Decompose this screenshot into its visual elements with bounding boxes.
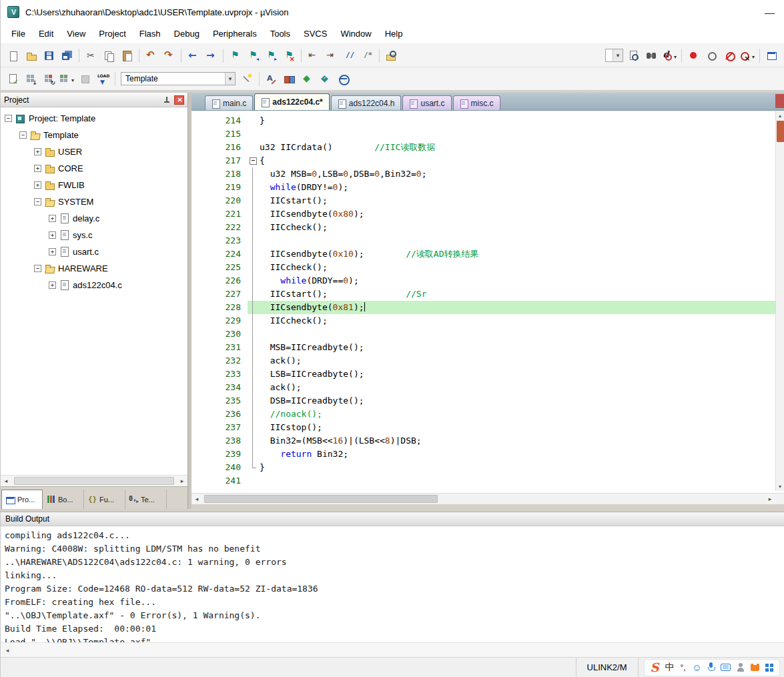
- scrollbar-thumb[interactable]: [777, 121, 784, 142]
- code-line[interactable]: 214}: [191, 114, 784, 127]
- tree-item-fwlib[interactable]: +FWLIB: [1, 177, 187, 193]
- tree-item-user[interactable]: +USER: [1, 143, 187, 160]
- chevron-down-icon[interactable]: [613, 49, 623, 61]
- code-line[interactable]: 219 while(DRDY!=0);: [191, 181, 784, 194]
- menu-window[interactable]: Window: [334, 26, 378, 41]
- run-time-environment-button[interactable]: [298, 70, 316, 87]
- minimize-button[interactable]: —: [759, 7, 780, 18]
- code-line[interactable]: 215: [191, 127, 784, 141]
- build-output-header[interactable]: Build Output: [1, 512, 784, 526]
- next-bookmark-button[interactable]: [262, 47, 280, 64]
- project-hscrollbar[interactable]: [1, 475, 187, 486]
- code-area[interactable]: 214}215216u32 IICrdata() //IIC读取数据217{21…: [191, 111, 784, 493]
- pin-panel-icon[interactable]: [162, 95, 171, 105]
- kill-all-breakpoints-button[interactable]: [739, 47, 757, 64]
- chevron-down-icon[interactable]: [673, 51, 679, 61]
- navigate-forward-button[interactable]: [202, 47, 220, 64]
- code-line[interactable]: 220 IICstart();: [191, 194, 784, 207]
- ime-skin-icon[interactable]: [751, 664, 759, 671]
- sogou-logo-icon[interactable]: S: [651, 660, 659, 674]
- options-for-target-button[interactable]: [238, 70, 256, 87]
- comment-selection-button[interactable]: [340, 47, 358, 64]
- menu-debug[interactable]: Debug: [167, 26, 206, 41]
- tree-item-sys-c[interactable]: +sys.c: [1, 227, 187, 243]
- open-file-button[interactable]: [22, 47, 40, 64]
- rebuild-all-button[interactable]: [40, 70, 58, 87]
- ime-toolbox-icon[interactable]: [765, 664, 773, 672]
- menu-project[interactable]: Project: [92, 26, 132, 41]
- ime-language-icon[interactable]: 中: [665, 662, 675, 674]
- scroll-left-icon[interactable]: [2, 645, 13, 655]
- tree-item-usart-c[interactable]: +usart.c: [1, 243, 187, 260]
- code-line[interactable]: 238 Bin32=(MSB<<16)|(LSB<<8)|DSB;: [191, 434, 784, 448]
- clear-bookmarks-button[interactable]: [280, 47, 298, 64]
- code-line[interactable]: 224 IICsendbyte(0x10); //读取AD转换结果: [191, 247, 784, 261]
- code-line[interactable]: 232 ack();: [191, 354, 784, 368]
- save-button[interactable]: [40, 47, 58, 64]
- tab-main.c[interactable]: main.c: [205, 95, 253, 110]
- enable-breakpoint-button[interactable]: [703, 47, 721, 64]
- tree-item-hareware[interactable]: −HAREWARE: [1, 260, 187, 277]
- lookup-word-button[interactable]: [661, 47, 679, 64]
- code-line[interactable]: 226 while(DRDY==0);: [191, 274, 784, 287]
- search-combobox[interactable]: [605, 49, 623, 62]
- code-line[interactable]: 218 u32 MSB=0,LSB=0,DSB=0,Bin32=0;: [191, 167, 784, 181]
- panel-tab-templates[interactable]: Te...: [125, 490, 167, 509]
- download-button[interactable]: [94, 70, 112, 87]
- scroll-left-icon[interactable]: [191, 494, 202, 504]
- menu-help[interactable]: Help: [378, 26, 410, 41]
- panel-tab-functions[interactable]: Fu...: [84, 490, 125, 509]
- scroll-right-icon[interactable]: [765, 494, 775, 504]
- code-line[interactable]: 233 LSB=IICreadbyte();: [191, 368, 784, 381]
- scrollbar-thumb[interactable]: [14, 477, 174, 485]
- tree-expander-plus[interactable]: +: [34, 148, 41, 155]
- code-line[interactable]: 240}: [191, 461, 784, 474]
- chevron-down-icon[interactable]: [70, 74, 76, 84]
- redo-button[interactable]: [160, 47, 178, 64]
- tree-item-system[interactable]: −SYSTEM: [1, 193, 187, 210]
- code-line[interactable]: 235 DSB=IICreadbyte();: [191, 394, 784, 408]
- code-line[interactable]: 216u32 IICrdata() //IIC读取数据: [191, 141, 784, 154]
- menu-view[interactable]: View: [60, 26, 92, 41]
- code-line[interactable]: 217{: [191, 154, 784, 167]
- menu-peripherals[interactable]: Peripherals: [206, 26, 264, 41]
- ime-emoji-icon[interactable]: ☺: [692, 662, 702, 673]
- build-output[interactable]: compiling ads122c04.c...Warning: C4008W:…: [1, 526, 784, 642]
- code-line[interactable]: 228 IICsendbyte(0x81);: [191, 301, 784, 314]
- toggle-bookmark-button[interactable]: [226, 47, 244, 64]
- navigate-back-button[interactable]: [184, 47, 202, 64]
- tab-ads122c04.c[interactable]: ads122c04.c*: [254, 93, 329, 110]
- tree-expander-plus[interactable]: +: [34, 181, 41, 189]
- code-line[interactable]: 225 IICcheck();: [191, 261, 784, 274]
- tree-expander-plus[interactable]: +: [34, 165, 41, 172]
- uncomment-selection-button[interactable]: [358, 47, 376, 64]
- code-line[interactable]: 222 IICcheck();: [191, 221, 784, 234]
- ime-account-icon[interactable]: [737, 663, 745, 672]
- menu-svcs[interactable]: SVCS: [297, 26, 334, 41]
- stop-build-button[interactable]: [76, 70, 94, 87]
- undo-button[interactable]: [142, 47, 160, 64]
- new-file-button[interactable]: [4, 47, 22, 64]
- code-line[interactable]: 231 MSB=IICreadbyte();: [191, 341, 784, 354]
- scrollbar-thumb[interactable]: [204, 495, 438, 503]
- tree-expander-minus[interactable]: −: [34, 198, 41, 205]
- ime-keyboard-icon[interactable]: [721, 664, 731, 671]
- batch-build-button[interactable]: [58, 70, 76, 87]
- insert-breakpoint-button[interactable]: [685, 47, 703, 64]
- menu-file[interactable]: File: [5, 26, 32, 41]
- code-line[interactable]: 229 IICcheck();: [191, 314, 784, 327]
- find-next-button[interactable]: [643, 47, 661, 64]
- tab-usart.c[interactable]: usart.c: [402, 95, 451, 110]
- translate-file-button[interactable]: [4, 70, 22, 87]
- editor-vscrollbar[interactable]: [775, 111, 784, 491]
- find-in-files-button[interactable]: [382, 47, 400, 64]
- tree-expander-minus[interactable]: −: [5, 115, 12, 122]
- menu-tools[interactable]: Tools: [264, 26, 297, 41]
- file-extensions-button[interactable]: [262, 70, 280, 87]
- editor-hscrollbar[interactable]: [191, 493, 784, 504]
- disable-all-breakpoints-button[interactable]: [721, 47, 739, 64]
- panel-tab-books[interactable]: Bo...: [43, 490, 84, 509]
- code-line[interactable]: 237 IICstop();: [191, 421, 784, 434]
- code-line[interactable]: 223: [191, 234, 784, 247]
- unindent-button[interactable]: [304, 47, 322, 64]
